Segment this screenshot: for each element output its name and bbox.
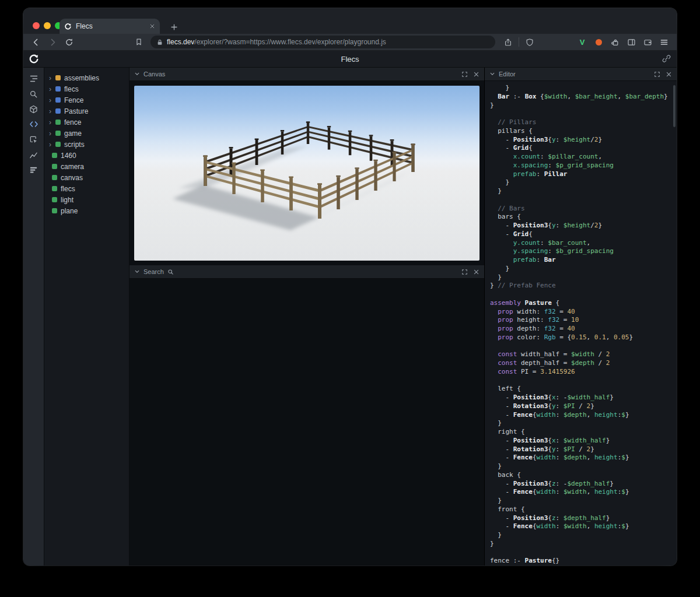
expand-icon[interactable] [461, 269, 468, 275]
code-line: y.spacing: $b_grid_spacing [490, 247, 677, 256]
reload-icon [65, 38, 74, 47]
url-path: /explorer/?wasm=https://www.flecs.dev/ex… [194, 38, 386, 46]
tree-item-canvas[interactable]: canvas [44, 172, 129, 183]
tree-item-camera[interactable]: camera [44, 161, 129, 172]
new-tab-button[interactable] [167, 20, 181, 34]
code-line: prop color: Rgb = {0.15, 0.1, 0.05} [490, 333, 677, 342]
tree-item-game[interactable]: ›game [44, 128, 129, 139]
search-panel-header: Search [130, 265, 484, 279]
tree-item-fence[interactable]: ›fence [44, 117, 129, 128]
close-icon[interactable] [666, 71, 672, 78]
shields-button[interactable] [523, 35, 537, 49]
back-button[interactable] [29, 35, 43, 49]
flecs-favicon-icon [64, 23, 72, 30]
editor-scrollbar[interactable] [673, 85, 676, 127]
url-bar[interactable]: flecs.dev/explorer/?wasm=https://www.fle… [150, 36, 495, 48]
code-line: } [490, 462, 677, 471]
tree-item-flecs[interactable]: ›flecs [44, 83, 129, 94]
tree-item-1460[interactable]: 1460 [44, 150, 129, 161]
share-link-icon[interactable] [662, 54, 671, 63]
tree-item-Fence[interactable]: ›Fence [44, 94, 129, 106]
wallet-button[interactable] [640, 35, 654, 49]
tree-item-scripts[interactable]: ›scripts [44, 139, 129, 150]
search-panel-title: Search [144, 268, 164, 275]
activity-inspect-button[interactable] [26, 132, 42, 147]
chevron-down-icon[interactable] [134, 71, 140, 77]
code-line: // Bars [490, 205, 677, 213]
expand-arrow-icon[interactable]: › [49, 141, 55, 148]
expand-arrow-icon[interactable]: › [49, 130, 55, 137]
canvas-cube-icon [29, 105, 38, 114]
browser-tab[interactable]: Flecs [60, 19, 160, 34]
tree-item-plane[interactable]: plane [44, 205, 129, 216]
url-text: flecs.dev/explorer/?wasm=https://www.fle… [167, 38, 386, 46]
tab-close-icon[interactable] [149, 23, 155, 29]
tree-item-Pasture[interactable]: ›Pasture [44, 106, 129, 117]
canvas-3d-view[interactable] [134, 86, 480, 261]
code-line: } [490, 265, 677, 273]
expand-arrow-icon[interactable]: › [49, 119, 55, 126]
expand-arrow-icon[interactable]: › [49, 108, 55, 115]
reload-button[interactable] [62, 35, 76, 49]
expand-arrow-icon[interactable]: › [49, 86, 55, 93]
close-window-button[interactable] [33, 22, 40, 29]
close-icon[interactable] [473, 269, 480, 275]
code-line: const depth_half = $depth / 2 [490, 359, 677, 368]
chevron-down-icon[interactable] [134, 269, 140, 275]
code-line: - Position3{z: $depth_half} [490, 514, 677, 523]
bookmark-button[interactable] [132, 35, 146, 49]
tree-item-flecs[interactable]: flecs [44, 183, 129, 194]
extensions-button[interactable] [608, 35, 622, 49]
tree-item-label: fence [64, 118, 81, 127]
activity-code-button[interactable] [26, 117, 42, 132]
tab-title: Flecs [76, 22, 145, 30]
activity-search-button[interactable] [26, 86, 42, 101]
activity-canvas-button[interactable] [26, 101, 42, 117]
entity-kind-icon [55, 86, 61, 92]
code-line: - Grid{ [490, 144, 677, 153]
shield-icon [526, 38, 534, 47]
activity-queries-button[interactable] [26, 162, 42, 177]
side-panel-icon [627, 38, 636, 47]
code-line: const width_half = $width / 2 [490, 350, 677, 359]
lock-icon [156, 38, 163, 46]
sidebar-toggle-button[interactable] [624, 35, 638, 49]
editor-panel-title: Editor [499, 71, 516, 78]
editor-code[interactable]: } Bar :- Box {$width, $bar_height, $bar_… [485, 81, 677, 566]
forward-button[interactable] [46, 35, 60, 49]
extension-orange-button[interactable] [592, 35, 606, 49]
code-line: - Rotation3{y: $PI / 2} [490, 402, 677, 411]
menu-button[interactable] [657, 35, 671, 49]
entity-kind-icon [52, 186, 57, 191]
share-icon [504, 38, 512, 47]
activity-entity-tree-button[interactable] [26, 71, 42, 86]
expand-arrow-icon[interactable]: › [49, 97, 55, 104]
chevron-down-icon[interactable] [489, 71, 495, 77]
share-button[interactable] [501, 35, 515, 49]
tree-item-label: flecs [61, 185, 75, 193]
entity-kind-icon [52, 164, 57, 169]
tree-item-assemblies[interactable]: ›assemblies [44, 72, 129, 83]
tree-item-label: game [64, 129, 82, 138]
tree-item-label: light [61, 196, 74, 204]
code-line: } [490, 187, 677, 196]
entity-kind-icon [52, 197, 57, 202]
entity-kind-icon [55, 131, 61, 136]
code-line: front { [490, 505, 677, 514]
close-icon[interactable] [473, 71, 480, 78]
tree-item-label: Pasture [64, 107, 88, 115]
entity-tree-icon [29, 74, 38, 83]
activity-stats-button[interactable] [26, 147, 42, 162]
canvas-panel-header: Canvas [130, 68, 484, 81]
tree-item-light[interactable]: light [44, 194, 129, 205]
expand-icon[interactable] [461, 71, 468, 78]
expand-icon[interactable] [654, 71, 660, 78]
code-line [490, 196, 677, 205]
minimize-window-button[interactable] [44, 22, 51, 29]
expand-arrow-icon[interactable]: › [49, 75, 55, 82]
code-line: - Position3{y: $height/2} [490, 136, 677, 145]
code-line: - Fence{width: $width, height:$} [490, 522, 677, 531]
hamburger-menu-icon [660, 38, 668, 47]
code-line: } [490, 178, 677, 187]
extension-v-button[interactable]: V [575, 35, 589, 49]
